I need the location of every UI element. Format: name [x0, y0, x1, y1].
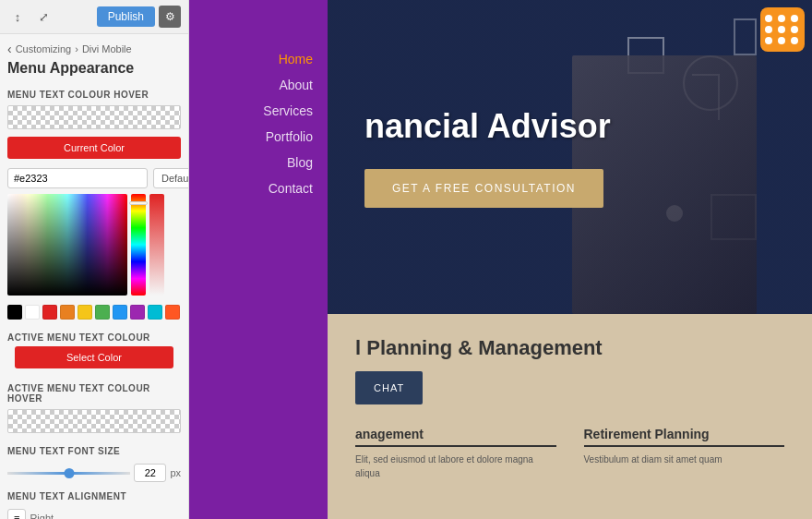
hue-indicator: [129, 201, 148, 205]
preset-color-red[interactable]: [42, 305, 57, 320]
hero-title: nancial Advisor: [364, 106, 611, 146]
hue-slider[interactable]: [131, 194, 146, 296]
nav-item-contact[interactable]: Contact: [189, 175, 328, 201]
menu-text-colour-hover-label: MENU TEXT COLOUR HOVER: [0, 84, 188, 103]
preset-colors-row: [0, 301, 188, 327]
color-picker-area[interactable]: [7, 194, 181, 296]
lower-title: l Planning & Management: [355, 336, 784, 360]
preset-color-white[interactable]: [25, 305, 40, 320]
breadcrumb-section[interactable]: Divi Mobile: [82, 43, 132, 54]
panel-title: Menu Appearance: [0, 60, 188, 84]
hero-shape-rect: [734, 18, 757, 55]
checkerboard-swatch[interactable]: [7, 105, 181, 129]
dot-5: [778, 26, 785, 33]
font-size-thumb: [64, 468, 74, 478]
preset-color-deep-orange[interactable]: [165, 305, 180, 320]
top-toolbar: ↕ ⤢ Publish ⚙: [0, 0, 188, 34]
toolbar-icons: ↕ ⤢: [7, 6, 54, 27]
color-picker-row: [7, 194, 181, 296]
dot-grid-inner: [765, 15, 800, 44]
nav-item-portfolio[interactable]: Portfolio: [189, 124, 328, 150]
preset-color-cyan[interactable]: [148, 305, 162, 320]
dot-9: [791, 37, 798, 44]
arrows-icon[interactable]: ↕: [7, 6, 28, 27]
lower-col-1: anagement Elit, sed eiusmod ut labore et…: [355, 427, 556, 480]
publish-button[interactable]: Publish: [97, 6, 155, 27]
menu-text-alignment-label: MENU TEXT ALIGNMENT: [0, 486, 188, 505]
lower-col-1-title: anagement: [355, 427, 556, 447]
hero-cta-button[interactable]: GET A FREE CONSULTATION: [364, 169, 603, 208]
nav-item-about[interactable]: About: [189, 72, 328, 98]
dot-1: [765, 15, 772, 22]
hex-input[interactable]: [7, 168, 148, 188]
dot-2: [778, 15, 785, 22]
lower-col-2: Retirement Planning Vestibulum at diam s…: [584, 427, 785, 480]
hue-slider-container[interactable]: [131, 194, 146, 296]
preset-color-green[interactable]: [95, 305, 110, 320]
customizing-label: Customizing: [16, 43, 72, 54]
nav-item-home[interactable]: Home: [189, 46, 328, 72]
nav-item-services[interactable]: Services: [189, 98, 328, 124]
dot-8: [778, 37, 785, 44]
breadcrumb: ‹ Customizing › Divi Mobile: [0, 34, 188, 60]
default-button[interactable]: Default: [153, 168, 189, 188]
left-panel: ↕ ⤢ Publish ⚙ ‹ Customizing › Divi Mobil…: [0, 0, 189, 519]
active-menu-text-colour-label: ACTIVE MENU TEXT COLOUR: [0, 327, 188, 346]
lower-cta-button[interactable]: CHAT: [355, 371, 423, 404]
preset-color-black[interactable]: [7, 305, 22, 320]
hero-section: nancial Advisor GET A FREE CONSULTATION: [328, 0, 812, 314]
active-menu-text-colour-hover-label: ACTIVE MENU TEXT COLOUR HOVER: [0, 378, 188, 407]
nav-sidebar: Home About Services Portfolio Blog Conta…: [189, 0, 328, 519]
alignment-row: ≡ Right: [0, 505, 188, 519]
align-left-button[interactable]: ≡: [7, 509, 26, 519]
preset-color-blue[interactable]: [113, 305, 127, 320]
font-size-row: px: [0, 460, 188, 486]
lower-col-1-text: Elit, sed eiusmod ut labore et dolore ma…: [355, 453, 556, 480]
lower-content: l Planning & Management CHAT anagement E…: [328, 314, 812, 519]
menu-text-font-size-label: MENU TEXT FONT SIZE: [0, 441, 188, 460]
preset-color-yellow[interactable]: [78, 305, 92, 320]
current-color-button[interactable]: Current Color: [7, 137, 181, 159]
top-color-swatch: [0, 103, 188, 137]
color-gradient[interactable]: [7, 194, 127, 296]
font-size-slider[interactable]: [7, 472, 130, 475]
opacity-slider-container[interactable]: [149, 194, 164, 296]
opacity-checkerboard: [149, 194, 164, 296]
breadcrumb-separator: ›: [75, 43, 78, 54]
move-icon[interactable]: ⤢: [33, 6, 54, 27]
preset-color-purple[interactable]: [130, 305, 145, 320]
dot-3: [791, 15, 798, 22]
font-size-unit: px: [170, 467, 181, 478]
lower-col-2-title: Retirement Planning: [584, 427, 785, 447]
color-input-row: Default: [0, 168, 188, 194]
alignment-value: Right: [30, 513, 54, 519]
opacity-slider[interactable]: [149, 194, 164, 296]
select-color-button[interactable]: Select Color: [15, 346, 173, 368]
dot-grid-decoration: [760, 7, 805, 52]
nav-item-blog[interactable]: Blog: [189, 150, 328, 175]
lower-col-2-text: Vestibulum at diam sit amet quam: [584, 453, 785, 466]
settings-button[interactable]: ⚙: [159, 6, 181, 28]
dot-4: [765, 26, 772, 33]
lower-columns: anagement Elit, sed eiusmod ut labore et…: [355, 427, 784, 480]
active-hover-swatch-row: [0, 407, 188, 441]
dot-6: [791, 26, 798, 33]
hero-content: nancial Advisor GET A FREE CONSULTATION: [364, 106, 611, 207]
back-button[interactable]: ‹: [7, 42, 12, 56]
dot-7: [765, 37, 772, 44]
active-hover-checkerboard[interactable]: [7, 409, 181, 433]
right-panel: Home About Services Portfolio Blog Conta…: [189, 0, 812, 519]
preset-color-orange[interactable]: [60, 305, 75, 320]
font-size-input[interactable]: [134, 464, 166, 482]
